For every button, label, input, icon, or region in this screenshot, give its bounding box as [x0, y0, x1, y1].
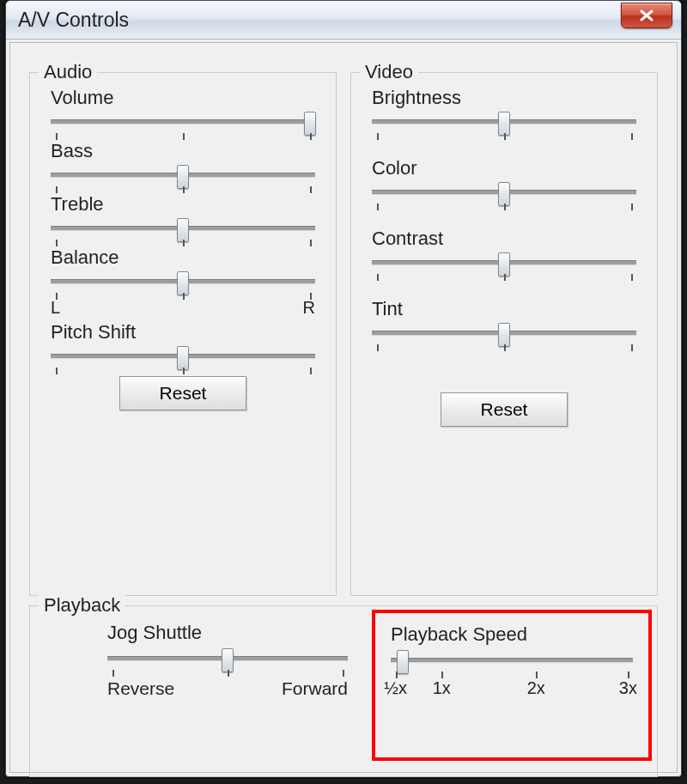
pitch-thumb[interactable]: [177, 346, 189, 370]
audio-group: Audio VolumeBassTrebleBalanceLRPitch Shi…: [29, 72, 337, 596]
bass-label: Bass: [51, 140, 315, 162]
tint-label: Tint: [372, 298, 636, 320]
window-title: A/V Controls: [18, 9, 129, 32]
playback-speed-tick-labels: ½x1x2x3x: [391, 678, 633, 697]
color-slider[interactable]: [372, 181, 636, 207]
brightness-slider[interactable]: [372, 111, 636, 137]
av-controls-window: A/V Controls Audio VolumeBassTrebleBalan…: [5, 0, 682, 777]
titlebar[interactable]: A/V Controls: [6, 1, 681, 40]
audio-reset-button[interactable]: Reset: [119, 376, 246, 410]
contrast-slider[interactable]: [372, 252, 636, 277]
jog-thumb[interactable]: [222, 648, 234, 672]
speed-slider[interactable]: [391, 649, 633, 675]
video-group: Video BrightnessColorContrastTintReset: [350, 72, 658, 596]
jog-slider[interactable]: [107, 647, 348, 673]
speed-tick-label: ½x: [384, 678, 407, 698]
speed-thumb[interactable]: [397, 650, 409, 674]
close-icon: [638, 9, 655, 22]
jog-shuttle-area: Jog Shuttle Reverse Forward: [107, 622, 348, 699]
balance-thumb[interactable]: [177, 271, 189, 295]
jog-forward-label: Forward: [282, 678, 348, 699]
speed-tick-label: 3x: [619, 678, 637, 698]
brightness-thumb[interactable]: [498, 112, 510, 136]
tint-slider[interactable]: [372, 322, 636, 348]
playback-speed-label: Playback Speed: [391, 623, 633, 646]
playback-speed-highlight: Playback Speed ½x1x2x3x: [372, 610, 652, 761]
close-button[interactable]: [621, 3, 672, 28]
bass-thumb[interactable]: [177, 165, 189, 189]
volume-thumb[interactable]: [304, 112, 316, 136]
treble-slider[interactable]: [51, 217, 315, 243]
contrast-label: Contrast: [372, 228, 636, 250]
jog-label: Jog Shuttle: [107, 622, 348, 644]
balance-label: Balance: [51, 246, 315, 269]
color-thumb[interactable]: [498, 182, 510, 206]
audio-sliders: VolumeBassTrebleBalanceLRPitch ShiftRese…: [51, 87, 315, 581]
balance-slider[interactable]: [51, 270, 315, 296]
dialog-body: Audio VolumeBassTrebleBalanceLRPitch Shi…: [9, 42, 678, 773]
contrast-thumb[interactable]: [498, 252, 510, 277]
treble-label: Treble: [51, 193, 315, 216]
speed-tick-label: 1x: [433, 678, 451, 698]
video-reset-button[interactable]: Reset: [441, 392, 568, 427]
tint-thumb[interactable]: [498, 323, 510, 347]
volume-slider[interactable]: [51, 111, 315, 137]
video-sliders: BrightnessColorContrastTintReset: [372, 87, 636, 581]
playback-legend: Playback: [39, 594, 125, 617]
speed-tick-label: 2x: [527, 678, 545, 698]
brightness-label: Brightness: [372, 87, 636, 109]
playback-group: Playback Jog Shuttle Reverse Forward Pla…: [29, 605, 658, 777]
video-legend: Video: [360, 61, 418, 83]
treble-thumb[interactable]: [177, 218, 189, 242]
audio-legend: Audio: [39, 61, 97, 83]
color-label: Color: [372, 157, 636, 179]
pitch-label: Pitch Shift: [51, 321, 315, 343]
bass-slider[interactable]: [51, 164, 315, 190]
pitch-slider[interactable]: [51, 345, 315, 371]
jog-reverse-label: Reverse: [107, 678, 174, 699]
volume-label: Volume: [51, 87, 315, 109]
